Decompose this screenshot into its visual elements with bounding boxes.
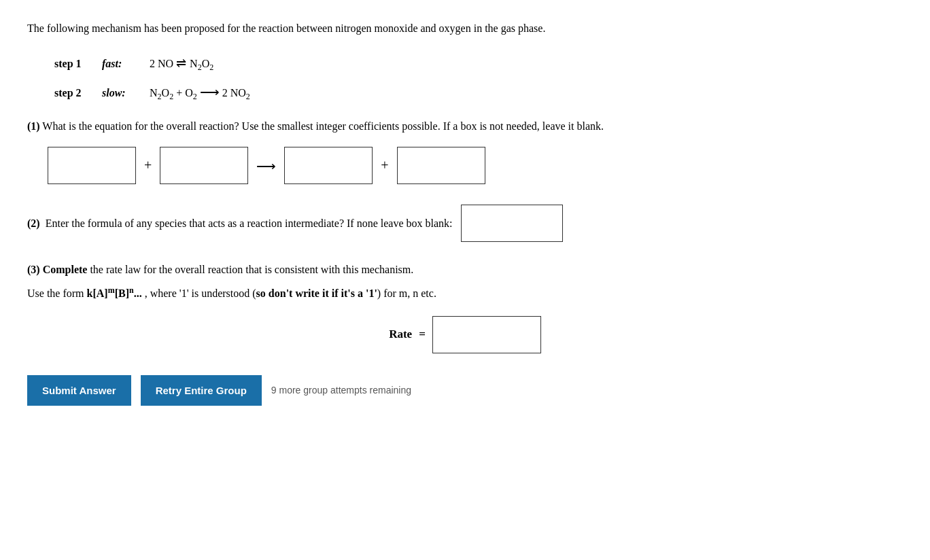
- steps-section: step 1 fast: 2 NO ⇌ N2O2 step 2 slow: N2…: [54, 56, 903, 102]
- reactant-1-input[interactable]: [48, 147, 136, 184]
- retry-button[interactable]: Retry Entire Group: [141, 375, 262, 406]
- step-2-speed: slow:: [102, 87, 150, 99]
- question-3-subtitle: Use the form k[A]m[B]n... , where '1' is…: [27, 284, 903, 302]
- plus-2-symbol: +: [381, 158, 388, 173]
- rate-input[interactable]: [432, 316, 541, 353]
- step-1-speed: fast:: [102, 58, 150, 70]
- buttons-row: Submit Answer Retry Entire Group 9 more …: [27, 375, 903, 406]
- step-1-equation: 2 NO ⇌ N2O2: [150, 56, 213, 73]
- question-1-section: (1) What is the equation for the overall…: [27, 118, 903, 184]
- equation-boxes: + ⟶ +: [48, 147, 903, 184]
- intermediate-input[interactable]: [461, 205, 563, 242]
- question-1-title: (1) What is the equation for the overall…: [27, 118, 903, 135]
- rate-equals: =: [419, 328, 426, 341]
- step-2-row: step 2 slow: N2O2 + O2 ⟶ 2 NO2: [54, 84, 903, 102]
- attempts-text: 9 more group attempts remaining: [271, 385, 411, 396]
- product-2-input[interactable]: [397, 147, 485, 184]
- rate-row: Rate =: [27, 316, 903, 353]
- plus-1-symbol: +: [144, 158, 152, 173]
- step-1-label: step 1: [54, 58, 102, 70]
- step-2-equation: N2O2 + O2 ⟶ 2 NO2: [150, 84, 250, 102]
- question-2-label: (2) Enter the formula of any species tha…: [27, 215, 453, 232]
- reactant-2-input[interactable]: [160, 147, 248, 184]
- intro-text: The following mechanism has been propose…: [27, 20, 903, 37]
- q2-row: (2) Enter the formula of any species tha…: [27, 205, 903, 242]
- step-2-label: step 2: [54, 87, 102, 99]
- reaction-arrow: ⟶: [256, 158, 276, 174]
- step-1-row: step 1 fast: 2 NO ⇌ N2O2: [54, 56, 903, 73]
- question-2-section: (2) Enter the formula of any species tha…: [27, 205, 903, 242]
- question-3-title: (3) Complete the rate law for the overal…: [27, 261, 903, 279]
- submit-button[interactable]: Submit Answer: [27, 375, 131, 406]
- rate-label: Rate: [389, 328, 412, 341]
- product-1-input[interactable]: [284, 147, 373, 184]
- question-3-section: (3) Complete the rate law for the overal…: [27, 261, 903, 353]
